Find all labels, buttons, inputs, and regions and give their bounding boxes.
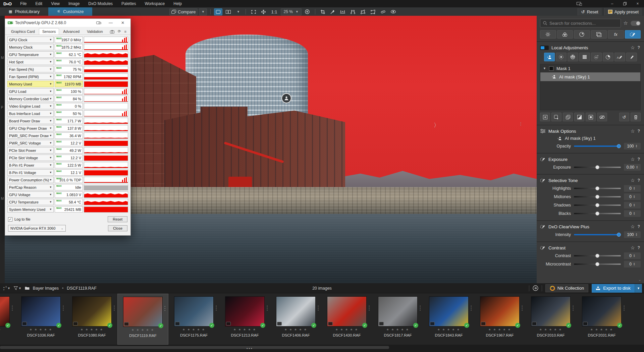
filmstrip-item[interactable]: ✓ ••• ★ ★ ★ ★ ★ DSCF1967.RAF	[474, 294, 525, 345]
filmstrip-item[interactable]: ✓ ••• ★ ★ ★ ★ ★ DSCF1036.RAF	[15, 294, 66, 345]
thumb-menu-dots[interactable]: •••	[63, 305, 64, 311]
star-rating[interactable]: ★ ★ ★ ★ ★	[437, 328, 460, 331]
sensor-name-dropdown[interactable]: Bus Interface Load▼	[7, 110, 54, 117]
fit-screen-button[interactable]	[249, 8, 258, 15]
gpuz-screenshot-icon[interactable]	[109, 30, 116, 35]
panel-collapse-chevron[interactable]: 〉	[434, 121, 439, 129]
geometry-category-button[interactable]	[591, 30, 607, 39]
star-rating[interactable]: ★ ★ ★ ★ ★	[131, 328, 154, 332]
detail-category-button[interactable]	[574, 30, 590, 39]
star-rating[interactable]: ★ ★ ★ ★ ★	[182, 328, 205, 331]
filmstrip-item[interactable]: ✓ ••• ★ ★ ★ ★ ★ DSCF1406.RAF	[270, 294, 321, 345]
minimize-button[interactable]: –	[606, 0, 619, 7]
hide-mask-button[interactable]	[597, 113, 607, 121]
menu-workspace[interactable]: Workspace	[141, 1, 169, 7]
sensor-name-dropdown[interactable]: GPU Voltage▼	[7, 191, 54, 198]
sensor-name-dropdown[interactable]: Memory Clock▼	[7, 44, 54, 50]
ai-mask-badge-icon[interactable]	[281, 93, 291, 103]
gpuz-tab-graphics-card[interactable]: Graphics Card	[8, 28, 38, 35]
ai-mask-tool-button[interactable]	[544, 53, 555, 61]
horizon-tool-icon[interactable]	[338, 8, 347, 15]
help-icon[interactable]: ?	[638, 178, 641, 183]
zoom-in-button[interactable]	[303, 8, 312, 15]
left-palette-strip[interactable]: M P M	[0, 16, 5, 283]
sensor-name-dropdown[interactable]: PCIe Slot Power▼	[7, 147, 54, 154]
blacks-value-input[interactable]: 0▲▼	[624, 210, 641, 217]
blacks-slider[interactable]	[574, 213, 621, 214]
star-rating[interactable]: ★ ★ ★ ★ ★	[233, 328, 256, 331]
shadows-value-input[interactable]: 0▲▼	[624, 202, 641, 209]
sensor-name-dropdown[interactable]: Fan Speed (%)▼	[7, 66, 54, 72]
sensor-name-dropdown[interactable]: Hot Spot▼	[7, 59, 54, 65]
contrast-slider[interactable]	[574, 255, 621, 256]
log-to-file-checkbox[interactable]: ✓	[8, 217, 12, 222]
opacity-slider[interactable]	[574, 145, 621, 147]
thumb-menu-dots[interactable]: •••	[267, 305, 268, 311]
gpuz-card-switch-icon[interactable]	[94, 19, 104, 26]
panel-scroll-more-icon[interactable]: ⌄	[638, 278, 641, 282]
sensor-name-dropdown[interactable]: Memory Used▼	[7, 81, 54, 87]
perspective-8point-icon[interactable]	[369, 8, 377, 15]
thumbnail-image[interactable]: ✓	[21, 296, 61, 327]
duplicate-mask-button[interactable]	[563, 113, 573, 121]
split-view-button[interactable]	[224, 8, 233, 15]
filmstrip-scrollbar[interactable]: •••	[0, 345, 644, 352]
star-rating[interactable]: ★ ★ ★ ★ ★	[335, 328, 358, 331]
thumbnail-image[interactable]: ✓	[582, 296, 622, 327]
corrections-toggle[interactable]	[631, 21, 641, 26]
gpuz-tab-validation[interactable]: Validation	[84, 28, 106, 35]
filmstrip-item[interactable]: ✓ ••• ★ ★ ★ ★ ★ DSCF1213.RAF	[219, 294, 270, 345]
zoom-level-dropdown[interactable]: 25 %▼	[281, 8, 302, 15]
thumbnail-image[interactable]: ✓	[276, 296, 316, 327]
gpuz-close-button-bottom[interactable]: Close	[108, 225, 127, 231]
pan-tool-button[interactable]	[259, 8, 268, 15]
gpuz-minimize-button[interactable]: —	[106, 19, 116, 26]
nik-collection-button[interactable]: Nik Collection	[545, 284, 588, 292]
thumb-menu-dots[interactable]: •••	[369, 305, 370, 311]
scrollbar-thumb[interactable]	[0, 346, 389, 349]
favorite-star-icon[interactable]: ☆	[631, 245, 635, 250]
shadows-slider[interactable]	[574, 204, 621, 206]
sensor-name-dropdown[interactable]: Memory Controller Load▼	[7, 96, 54, 102]
filmstrip-item[interactable]: ✓ ••• ★ ★ ★ ★ ★ DSCF1843.RAF	[423, 294, 474, 345]
microcontrast-value-input[interactable]: 0▲▼	[624, 261, 641, 268]
help-icon[interactable]: ?	[638, 129, 641, 133]
panel-grip-icon[interactable]: ⋮	[519, 121, 523, 126]
midtones-value-input[interactable]: 0▲▼	[624, 193, 641, 200]
thumbnail-image[interactable]: ✓	[480, 296, 520, 327]
gpuz-titlebar[interactable]: TechPowerUp GPU-Z 2.68.0 — ✕	[5, 19, 130, 27]
thumb-menu-dots[interactable]: •••	[420, 305, 421, 311]
sensor-name-dropdown[interactable]: GPU Load▼	[7, 88, 54, 95]
favorite-star-icon[interactable]: ☆	[631, 224, 635, 229]
filmstrip-item[interactable]: ✓ ••• ★ ★ ★ ★ ★ DSCF2031.RAF	[576, 294, 627, 345]
sensor-name-dropdown[interactable]: GPU Clock▼	[7, 37, 54, 43]
compare-dropdown[interactable]: ▼	[199, 8, 207, 15]
menu-image[interactable]: Image	[64, 1, 84, 7]
light-category-button[interactable]	[540, 30, 556, 39]
star-rating[interactable]: ★ ★ ★ ★ ★	[386, 328, 409, 331]
filmstrip-item[interactable]: ✓ ••• ★ ★ ★ ★ ★ DSCF1175.RAF	[168, 294, 219, 345]
perspective-vertical-icon[interactable]	[348, 8, 357, 15]
filmstrip-item[interactable]: ✓ ••• ★ ★ ★ ★ ★ F1023.RAF	[0, 294, 15, 345]
gpuz-reset-button[interactable]: Reset	[108, 216, 127, 222]
sensor-name-dropdown[interactable]: System Memory Used▼	[7, 206, 54, 213]
luminosity-mask-tool-button[interactable]	[579, 53, 590, 61]
thumbnail-image[interactable]: ✓	[123, 297, 163, 327]
help-icon[interactable]: ?	[638, 45, 641, 50]
mask-item-row[interactable]: AI mask (Sky) 1	[540, 72, 640, 81]
contrast-value-input[interactable]: 0▲▼	[624, 252, 641, 259]
radial-mask-tool-button[interactable]	[556, 53, 567, 61]
thumb-menu-dots[interactable]: •••	[624, 305, 625, 311]
intensity-slider[interactable]	[574, 234, 621, 235]
thumb-menu-dots[interactable]: •••	[573, 305, 574, 311]
tab-customize[interactable]: ⚟ Customize	[48, 7, 92, 16]
reset-button[interactable]: ↺ Reset	[578, 8, 602, 15]
thumb-menu-dots[interactable]: •••	[216, 305, 217, 311]
thumb-menu-dots[interactable]: •••	[471, 305, 472, 311]
compare-button[interactable]: Compare	[169, 8, 198, 15]
thumbnail-image[interactable]: ✓	[225, 296, 265, 327]
sensor-name-dropdown[interactable]: PCIe Slot Voltage▼	[7, 155, 54, 161]
sensor-name-dropdown[interactable]: GPU Temperature▼	[7, 51, 54, 58]
thumbnail-image[interactable]: ✓	[327, 296, 367, 327]
star-rating[interactable]: ★ ★ ★ ★ ★	[30, 328, 52, 331]
